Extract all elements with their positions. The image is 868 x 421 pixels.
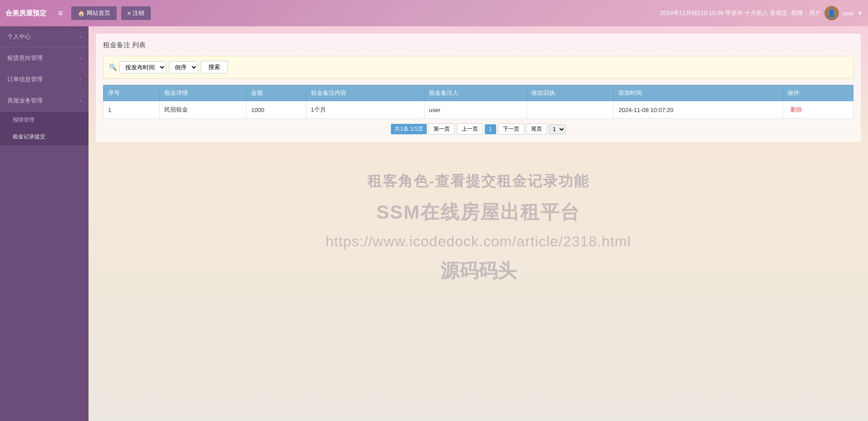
sidebar-item-house-business[interactable]: 房屋业务管理 › (0, 90, 89, 112)
sidebar-item-order-mgmt[interactable]: 订单信息管理 › (0, 69, 89, 90)
sort-select[interactable]: 按发布时间 (119, 61, 166, 73)
avatar: 👤 (824, 6, 839, 20)
col-header-action: 操作 (783, 85, 853, 101)
order-select[interactable]: 倒序 (169, 61, 198, 73)
current-page: 1 (485, 124, 496, 134)
prev-page-button[interactable]: 上一页 (457, 123, 483, 135)
menu-toggle-button[interactable]: ≡ (54, 7, 67, 20)
logout-button[interactable]: ≡ 注销 (121, 6, 151, 20)
cell-receipt (527, 101, 614, 119)
header-right: 2024年11月8日10:10:26 甲辰年 十月初八 星期五 权限：用户 👤 … (660, 6, 863, 20)
search-button[interactable]: 搜索 (201, 61, 228, 73)
chevron-right-icon-2: › (79, 77, 81, 82)
watermark-subtitle: 源码码头 (440, 258, 517, 284)
home-button[interactable]: 🏠 网站首页 (71, 6, 117, 20)
next-page-button[interactable]: 下一页 (498, 123, 524, 135)
watermark-area: 租客角色-查看提交租金记录功能 SSM在线房屋出租平台 https://www.… (89, 171, 868, 284)
watermark-title: SSM在线房屋出租平台 (376, 200, 580, 225)
username-label: user (843, 10, 854, 17)
table-row: 1 民宿租金 1000 1个月 user 2024-11-08 10:07:20… (104, 101, 853, 119)
cell-content: 1个月 (306, 101, 424, 119)
sidebar-label-personal: 个人中心 (7, 33, 31, 41)
col-header-content: 租金备注内容 (306, 85, 424, 101)
sidebar-item-rental-intent[interactable]: 租赁意向管理 › (0, 48, 89, 69)
sidebar-sub-item-repair[interactable]: 报障管理 (0, 112, 89, 128)
header: 合美房屋预定 ≡ 🏠 网站首页 ≡ 注销 2024年11月8日10:10:26 … (0, 0, 868, 26)
cell-index: 1 (104, 101, 160, 119)
cell-amount: 1000 (247, 101, 306, 119)
chevron-right-icon-1: › (79, 55, 81, 61)
sidebar-label-order: 订单信息管理 (7, 75, 43, 83)
col-header-detail: 租金详情 (159, 85, 247, 101)
cell-action: 删除 (783, 101, 853, 119)
col-header-amount: 金额 (247, 85, 306, 101)
chevron-right-icon-0: › (79, 34, 81, 39)
sidebar-sub-label-repair: 报障管理 (13, 117, 35, 123)
user-dropdown-arrow[interactable]: ▼ (858, 10, 863, 16)
col-header-renter: 租金备注人 (424, 85, 527, 101)
sidebar-sub-item-rent-record[interactable]: 租金记录提交 (0, 128, 89, 145)
panel-title: 租金备注 列表 (103, 41, 853, 49)
last-page-button[interactable]: 尾页 (526, 123, 547, 135)
permission-text: 权限：用户 (791, 9, 821, 17)
sidebar-sub-label-rent-record: 租金记录提交 (13, 133, 45, 140)
cell-renter: user (424, 101, 527, 119)
cell-detail: 民宿租金 (159, 101, 247, 119)
main-content: 租金备注 列表 🔍 按发布时间 倒序 搜索 序号 租金详情 金额 (89, 26, 868, 421)
cell-time: 2024-11-08 10:07:20 (614, 101, 783, 119)
first-page-button[interactable]: 第一页 (429, 123, 455, 135)
datetime-text: 2024年11月8日10:10:26 甲辰年 十月初八 星期五 (660, 9, 788, 17)
search-icon: 🔍 (109, 64, 117, 71)
col-header-receipt: 收款回执 (527, 85, 614, 101)
home-icon: 🏠 (78, 10, 85, 17)
watermark-url: https://www.icodedock.com/article/2318.h… (326, 233, 631, 250)
rent-records-table: 序号 租金详情 金额 租金备注内容 租金备注人 收款回执 添加时间 操作 1 民… (103, 85, 853, 119)
menu-icon: ≡ (58, 9, 63, 18)
app-logo: 合美房屋预定 (5, 9, 46, 18)
logout-icon: ≡ (128, 10, 131, 17)
page-info: 共1条 1/1页 (391, 124, 427, 134)
col-header-index: 序号 (104, 85, 160, 101)
content-panel: 租金备注 列表 🔍 按发布时间 倒序 搜索 序号 租金详情 金额 (96, 34, 861, 142)
col-header-time: 添加时间 (614, 85, 783, 101)
pagination: 共1条 1/1页 第一页 上一页 1 下一页 尾页 1 (103, 123, 853, 135)
search-bar: 🔍 按发布时间 倒序 搜索 (103, 56, 853, 78)
delete-button[interactable]: 删除 (788, 105, 805, 115)
chevron-down-icon-3: › (79, 98, 81, 103)
per-page-select[interactable]: 1 (549, 124, 566, 134)
sidebar-label-rental-intent: 租赁意向管理 (7, 54, 43, 62)
layout: 个人中心 › 租赁意向管理 › 订单信息管理 › 房屋业务管理 › 报障管理 租… (0, 26, 868, 421)
description-line1: 租客角色-查看提交租金记录功能 (367, 171, 589, 191)
sidebar-label-house-business: 房屋业务管理 (7, 97, 43, 105)
sidebar-item-personal-center[interactable]: 个人中心 › (0, 26, 89, 48)
sidebar: 个人中心 › 租赁意向管理 › 订单信息管理 › 房屋业务管理 › 报障管理 租… (0, 26, 89, 421)
